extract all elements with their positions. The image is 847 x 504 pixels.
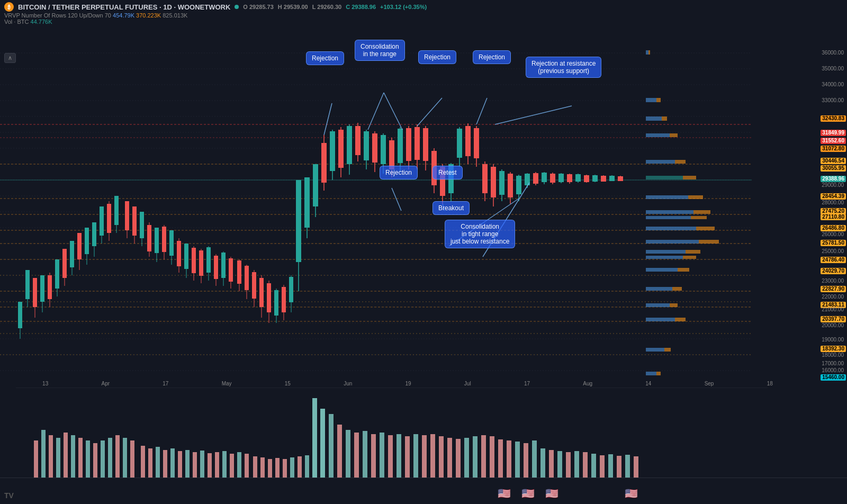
svg-rect-247	[86, 440, 90, 478]
svg-rect-298	[490, 436, 494, 478]
svg-rect-276	[305, 455, 309, 478]
svg-rect-87	[199, 250, 203, 276]
svg-rect-187	[609, 176, 615, 181]
svg-rect-67	[125, 201, 129, 230]
svg-rect-284	[371, 434, 376, 478]
annotation-consolidation-tight: Consolidation in tight range just below …	[445, 220, 515, 248]
date-19: 19	[405, 381, 411, 386]
svg-rect-206	[646, 216, 691, 219]
annotation-retest: Retest	[432, 166, 463, 179]
svg-rect-63	[107, 204, 111, 233]
svg-rect-198	[646, 160, 675, 164]
svg-rect-279	[329, 414, 334, 478]
bottom-bar: 🇺🇸 🇺🇸 🇺🇸 🇺🇸	[0, 478, 847, 504]
svg-rect-91	[214, 256, 218, 279]
svg-rect-219	[672, 287, 682, 291]
svg-rect-111	[289, 277, 293, 302]
annotation-rejection-3: Rejection	[473, 50, 511, 64]
svg-rect-211	[699, 240, 719, 244]
svg-rect-306	[557, 451, 562, 478]
svg-rect-240	[34, 440, 38, 478]
svg-rect-169	[533, 173, 538, 184]
svg-rect-189	[618, 176, 623, 181]
svg-rect-103	[259, 278, 264, 307]
price-35000: 35000.00	[822, 66, 846, 71]
svg-rect-296	[473, 436, 477, 478]
date-jul: Jul	[464, 381, 471, 386]
svg-rect-311	[600, 455, 605, 478]
price-36000: 36000.00	[822, 50, 846, 56]
svg-rect-93	[221, 253, 226, 278]
svg-rect-47	[48, 275, 52, 299]
annotation-rejection-2: Rejection	[418, 50, 456, 64]
svg-rect-101	[252, 272, 256, 299]
svg-rect-73	[147, 225, 151, 251]
svg-rect-139	[406, 128, 411, 161]
svg-rect-294	[456, 439, 461, 478]
svg-rect-304	[540, 448, 545, 478]
date-sep: Sep	[705, 381, 714, 386]
svg-rect-53	[70, 241, 74, 267]
svg-rect-200	[646, 176, 683, 179]
svg-rect-246	[78, 438, 83, 478]
svg-rect-285	[380, 433, 384, 478]
svg-rect-43	[33, 278, 37, 307]
svg-rect-289	[413, 434, 418, 478]
price-20397: 20397.70	[821, 316, 846, 322]
svg-rect-251	[115, 435, 120, 478]
svg-rect-137	[398, 129, 403, 163]
date-18: 18	[767, 381, 773, 386]
svg-rect-193	[656, 98, 661, 102]
svg-rect-282	[354, 433, 359, 478]
price-30446: 30446.54	[821, 158, 846, 164]
ohlc-high: H 29539.00	[278, 4, 308, 10]
title-row: ₿ BITCOIN / TETHER PERPETUAL FUTURES · 1…	[4, 2, 843, 12]
svg-rect-163	[508, 174, 513, 197]
svg-rect-243	[56, 438, 60, 478]
annotation-rejection-lower: Rejection	[380, 166, 418, 179]
date-axis: 13 Apr 17 May 15 Jun 19 Jul 17 Aug 14 Se…	[16, 378, 799, 389]
svg-rect-272	[275, 458, 280, 478]
price-29000: 29000.00	[822, 183, 846, 188]
svg-rect-175	[558, 174, 564, 182]
svg-rect-288	[405, 436, 410, 478]
svg-rect-291	[430, 434, 435, 478]
price-31072: 31072.80	[821, 146, 846, 152]
svg-rect-183	[592, 175, 598, 182]
date-apr: Apr	[101, 381, 110, 386]
price-28000: 28000.00	[822, 200, 846, 205]
vrvp-row: VRVP Number Of Rows 120 Up/Down 70 454.7…	[4, 12, 843, 19]
date-aug: Aug	[583, 381, 592, 386]
price-25781: 25781.50	[821, 240, 846, 246]
svg-rect-218	[646, 287, 672, 291]
svg-rect-250	[108, 438, 112, 478]
svg-rect-207	[691, 216, 707, 219]
svg-rect-271	[268, 459, 272, 478]
annotation-breakout: Breakout	[432, 201, 470, 215]
svg-rect-242	[49, 435, 53, 478]
svg-rect-196	[646, 133, 670, 137]
price-16000: 16000.00	[822, 368, 846, 373]
svg-rect-203	[688, 195, 703, 199]
price-31849: 31849.99	[821, 130, 846, 136]
svg-rect-89	[206, 247, 211, 273]
svg-rect-217	[678, 268, 689, 272]
svg-rect-143	[423, 128, 428, 161]
svg-rect-191	[648, 50, 650, 55]
svg-rect-265	[222, 451, 227, 478]
date-may: May	[222, 381, 232, 386]
svg-rect-41	[25, 270, 30, 299]
svg-rect-190	[646, 50, 648, 55]
svg-rect-213	[686, 250, 700, 254]
svg-rect-117	[313, 164, 318, 206]
svg-rect-268	[245, 454, 249, 478]
svg-rect-125	[347, 126, 352, 164]
svg-rect-181	[584, 175, 589, 182]
svg-rect-301	[515, 442, 520, 478]
svg-rect-248	[93, 443, 97, 478]
svg-rect-220	[646, 303, 670, 307]
collapse-button[interactable]: ∧	[4, 53, 16, 63]
svg-rect-61	[100, 206, 104, 236]
svg-rect-141	[415, 127, 420, 160]
svg-rect-269	[253, 456, 257, 478]
